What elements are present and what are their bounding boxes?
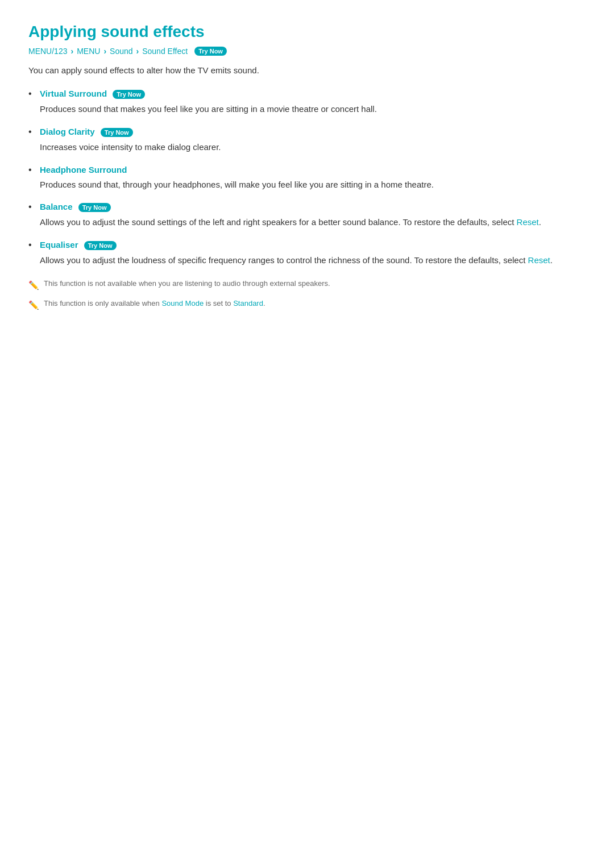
feature-name-headphone-surround[interactable]: Headphone Surround [40, 165, 127, 175]
feature-item-balance: Balance Try Now Allows you to adjust the… [28, 202, 586, 230]
try-now-badge-balance[interactable]: Try Now [78, 203, 111, 212]
feature-name-balance[interactable]: Balance [40, 202, 73, 211]
note-text-2: This function is only available when Sou… [44, 298, 265, 310]
reset-link-equaliser[interactable]: Reset [528, 255, 550, 265]
breadcrumb-sound-effect[interactable]: Sound Effect [142, 47, 188, 56]
breadcrumb-sep2: › [103, 47, 106, 56]
feature-header: Headphone Surround [40, 165, 586, 175]
feature-item-equaliser: Equaliser Try Now Allows you to adjust t… [28, 240, 586, 268]
feature-item-dialog-clarity: Dialog Clarity Try Now Increases voice i… [28, 127, 586, 155]
feature-item-headphone-surround: Headphone Surround Produces sound that, … [28, 165, 586, 192]
feature-desc-headphone-surround: Produces sound that, through your headph… [40, 178, 586, 192]
breadcrumb-menu123[interactable]: MENU/123 [28, 47, 67, 56]
feature-desc-virtual-surround: Produces sound that makes you feel like … [40, 102, 586, 117]
breadcrumb-try-now-badge[interactable]: Try Now [194, 47, 227, 56]
feature-header: Dialog Clarity Try Now [40, 127, 586, 137]
feature-desc-balance: Allows you to adjust the sound settings … [40, 215, 586, 230]
sound-mode-link[interactable]: Sound Mode [161, 299, 204, 308]
try-now-badge-equaliser[interactable]: Try Now [84, 241, 117, 250]
note-item-2: ✏️ This function is only available when … [28, 298, 586, 312]
note-icon-2: ✏️ [28, 298, 39, 312]
standard-link[interactable]: Standard [233, 299, 263, 308]
feature-name-virtual-surround[interactable]: Virtual Surround [40, 89, 107, 98]
breadcrumb-sound[interactable]: Sound [110, 47, 132, 56]
page-title: Applying sound effects [28, 23, 586, 41]
breadcrumb-menu[interactable]: MENU [77, 47, 100, 56]
intro-text: You can apply sound effects to alter how… [28, 64, 586, 77]
note-list: ✏️ This function is not available when y… [28, 278, 586, 312]
feature-header: Virtual Surround Try Now [40, 89, 586, 99]
breadcrumb-sep1: › [70, 47, 73, 56]
feature-list: Virtual Surround Try Now Produces sound … [28, 89, 586, 268]
try-now-badge-dialog-clarity[interactable]: Try Now [101, 128, 133, 137]
feature-desc-dialog-clarity: Increases voice intensity to make dialog… [40, 140, 586, 155]
feature-name-dialog-clarity[interactable]: Dialog Clarity [40, 127, 95, 136]
note-icon-1: ✏️ [28, 279, 39, 292]
breadcrumb: MENU/123 › MENU › Sound › Sound Effect T… [28, 47, 586, 56]
note-text-1: This function is not available when you … [44, 278, 330, 290]
feature-name-equaliser[interactable]: Equaliser [40, 240, 78, 250]
feature-header: Equaliser Try Now [40, 240, 586, 250]
try-now-badge-virtual-surround[interactable]: Try Now [113, 90, 145, 99]
reset-link-balance[interactable]: Reset [517, 217, 539, 227]
breadcrumb-sep3: › [136, 47, 139, 56]
note-item-1: ✏️ This function is not available when y… [28, 278, 586, 292]
feature-item-virtual-surround: Virtual Surround Try Now Produces sound … [28, 89, 586, 117]
feature-desc-equaliser: Allows you to adjust the loudness of spe… [40, 254, 586, 268]
feature-header: Balance Try Now [40, 202, 586, 212]
